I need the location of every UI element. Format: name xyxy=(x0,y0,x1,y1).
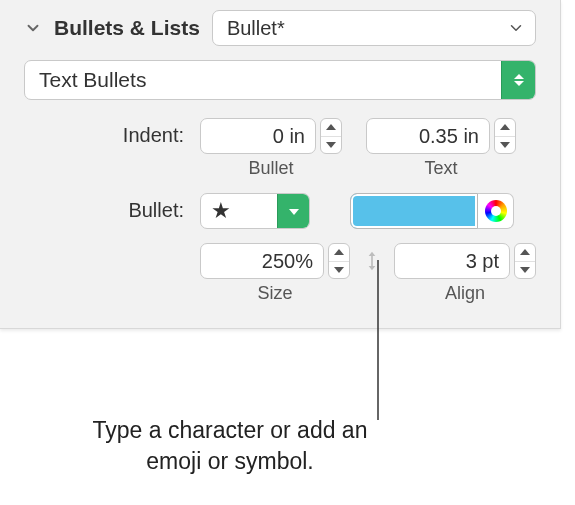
bullet-indent-down[interactable] xyxy=(321,137,341,154)
size-align-row: Size Align xyxy=(24,243,536,304)
align-lock-icon xyxy=(360,243,384,273)
size-sublabel: Size xyxy=(200,283,350,304)
bullet-color-swatch[interactable] xyxy=(350,193,478,229)
bullet-character-picker[interactable]: ★ xyxy=(200,193,310,229)
text-indent-stepper[interactable] xyxy=(366,118,516,154)
bullets-lists-panel: Bullets & Lists Bullet* Text Bullets Ind… xyxy=(0,0,561,329)
bullet-glyph: ★ xyxy=(201,198,277,224)
size-down[interactable] xyxy=(329,262,349,279)
bullet-color-well xyxy=(350,193,514,229)
size-input[interactable] xyxy=(200,243,324,279)
bullet-indent-stepper[interactable] xyxy=(200,118,342,154)
callout-text: Type a character or add an emoji or symb… xyxy=(70,415,390,477)
chevron-down-icon xyxy=(507,19,525,37)
text-indent-up[interactable] xyxy=(495,119,515,137)
text-indent-input[interactable] xyxy=(366,118,490,154)
align-up[interactable] xyxy=(515,244,535,262)
dropdown-stepper-icon xyxy=(501,61,535,99)
disclosure-toggle[interactable] xyxy=(24,19,42,37)
size-stepper[interactable] xyxy=(200,243,350,279)
bullet-indent-sublabel: Bullet xyxy=(200,158,342,179)
align-sublabel: Align xyxy=(394,283,536,304)
indent-label: Indent: xyxy=(24,118,200,147)
text-indent-down[interactable] xyxy=(495,137,515,154)
align-stepper[interactable] xyxy=(394,243,536,279)
bullet-indent-input[interactable] xyxy=(200,118,316,154)
size-up[interactable] xyxy=(329,244,349,262)
indent-row: Indent: Bullet xyxy=(24,118,536,179)
bullet-type-dropdown[interactable]: Text Bullets xyxy=(24,60,536,100)
bullet-label: Bullet: xyxy=(24,193,200,222)
list-style-preset-dropdown[interactable]: Bullet* xyxy=(212,10,536,46)
color-picker-button[interactable] xyxy=(478,193,514,229)
chevron-down-icon xyxy=(277,194,309,228)
bullet-indent-up[interactable] xyxy=(321,119,341,137)
preset-value: Bullet* xyxy=(227,17,285,40)
bullet-row: Bullet: ★ xyxy=(24,193,536,229)
panel-header: Bullets & Lists Bullet* xyxy=(24,10,536,46)
align-input[interactable] xyxy=(394,243,510,279)
align-down[interactable] xyxy=(515,262,535,279)
color-wheel-icon xyxy=(485,200,507,222)
bullet-type-value: Text Bullets xyxy=(39,68,146,92)
section-title: Bullets & Lists xyxy=(54,16,200,40)
text-indent-sublabel: Text xyxy=(366,158,516,179)
